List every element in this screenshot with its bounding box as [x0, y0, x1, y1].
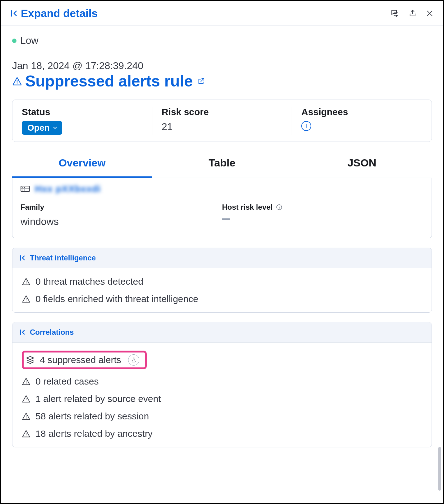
chat-icon[interactable]: [390, 9, 400, 18]
collapse-left-icon: [10, 9, 18, 18]
threat-row: 0 threat matches detected: [22, 276, 422, 287]
threat-intelligence-header: Threat intelligence: [30, 254, 96, 262]
tab-overview[interactable]: Overview: [12, 151, 152, 178]
add-assignee-button[interactable]: [301, 121, 311, 131]
warning-icon: [22, 429, 30, 438]
threat-intelligence-toggle[interactable]: Threat intelligence: [12, 248, 432, 268]
host-risk-level-label: Host risk level: [222, 203, 423, 212]
host-card: Hxx pXXbxxdi Family windows Host risk le…: [12, 178, 432, 238]
correlation-row: 1 alert related by source event: [22, 394, 422, 404]
tab-json[interactable]: JSON: [292, 151, 432, 178]
correlation-row: 0 related cases: [22, 376, 422, 387]
warning-icon: [22, 277, 30, 286]
correlations-section: Correlations 4 suppressed alerts 0 relat…: [12, 322, 432, 447]
svg-point-1: [22, 187, 23, 188]
collapse-left-icon: [19, 329, 25, 336]
svg-point-4: [24, 189, 25, 190]
status-value: Open: [27, 123, 50, 133]
detail-tabs: Overview Table JSON: [12, 151, 432, 178]
warning-icon: [22, 394, 30, 403]
host-name-redacted[interactable]: Hxx pXXbxxdi: [35, 184, 101, 194]
status-dropdown[interactable]: Open: [22, 121, 62, 135]
severity-indicator: Low: [12, 35, 432, 46]
warning-icon: [22, 377, 30, 386]
family-label: Family: [21, 203, 222, 212]
expand-details-label: Expand details: [21, 7, 98, 20]
risk-score-value: 21: [162, 121, 283, 133]
scrollbar-thumb[interactable]: [438, 447, 441, 491]
suppressed-alerts-highlight: 4 suppressed alerts: [22, 351, 147, 369]
tab-table[interactable]: Table: [152, 151, 292, 178]
beaker-icon: [128, 354, 139, 366]
risk-score-label: Risk score: [162, 107, 283, 117]
alert-timestamp: Jan 18, 2024 @ 17:28:39.240: [12, 60, 432, 72]
assignees-label: Assignees: [301, 107, 422, 117]
svg-point-3: [22, 189, 23, 190]
family-value: windows: [21, 216, 222, 227]
correlation-row: 58 alerts related by session: [22, 411, 422, 422]
alert-summary-box: Status Open Risk score 21 Assignees: [12, 100, 432, 142]
severity-dot-icon: [12, 39, 16, 43]
svg-point-2: [24, 187, 25, 188]
correlations-toggle[interactable]: Correlations: [12, 322, 432, 343]
status-label: Status: [22, 107, 143, 117]
warning-icon: [22, 295, 30, 303]
warning-icon: [12, 76, 22, 86]
info-icon[interactable]: [276, 204, 283, 211]
host-icon: [21, 185, 30, 192]
threat-row: 0 fields enriched with threat intelligen…: [22, 294, 422, 304]
chevron-down-icon: [52, 125, 58, 131]
warning-icon: [22, 412, 30, 421]
correlation-row: 18 alerts related by ancestry: [22, 428, 422, 439]
severity-label: Low: [20, 35, 39, 46]
share-icon[interactable]: [408, 9, 417, 18]
host-risk-level-empty: [222, 218, 230, 220]
threat-intelligence-section: Threat intelligence 0 threat matches det…: [12, 248, 432, 313]
layers-icon: [25, 355, 35, 365]
external-link-icon[interactable]: [197, 77, 205, 85]
rule-title-link[interactable]: Suppressed alerts rule: [25, 72, 193, 90]
correlations-header: Correlations: [30, 328, 74, 337]
expand-details-link[interactable]: Expand details: [10, 7, 98, 20]
plus-icon: [303, 123, 309, 129]
suppressed-alerts-row[interactable]: 4 suppressed alerts: [25, 354, 139, 366]
close-icon[interactable]: [426, 9, 434, 17]
collapse-left-icon: [19, 254, 25, 262]
